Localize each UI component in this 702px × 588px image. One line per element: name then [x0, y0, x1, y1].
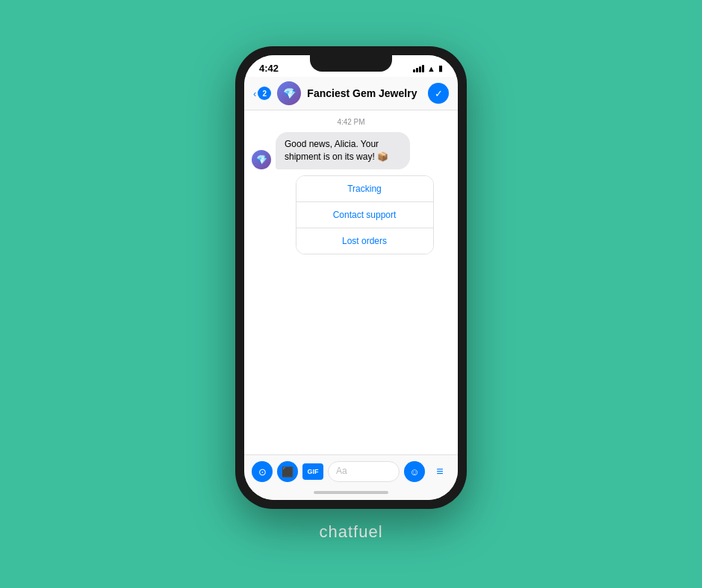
chevron-left-icon: ‹: [253, 88, 256, 99]
quick-reply-tracking[interactable]: Tracking: [296, 176, 433, 202]
message-bubble: Good news, Alicia. Your shipment is on i…: [276, 132, 410, 169]
quick-reply-lost-orders[interactable]: Lost orders: [296, 228, 433, 254]
message-wrapper: 💎 Good news, Alicia. Your shipment is on…: [252, 132, 450, 169]
input-bar: ⊙ ⬛ GIF Aa ☺ ≡: [244, 454, 458, 488]
battery-icon: ▮: [438, 63, 443, 73]
contact-avatar: 💎: [277, 81, 301, 105]
quick-reply-contact-support[interactable]: Contact support: [296, 202, 433, 228]
image-icon: ⬛: [282, 466, 293, 478]
gif-label: GIF: [308, 468, 319, 475]
check-button[interactable]: ✓: [428, 83, 449, 104]
contact-name: Fanciest Gem Jewelry: [307, 87, 422, 99]
phone-mockup: 4:42 ▲ ▮ ‹ 2: [235, 46, 467, 509]
message-group: Good news, Alicia. Your shipment is on i…: [276, 132, 410, 169]
menu-icon: ≡: [436, 465, 443, 478]
sender-avatar-emoji: 💎: [256, 154, 267, 165]
gif-button[interactable]: GIF: [302, 463, 323, 480]
image-button[interactable]: ⬛: [277, 461, 298, 482]
camera-icon: ⊙: [258, 466, 267, 478]
emoji-button[interactable]: ☺: [404, 461, 425, 482]
menu-button[interactable]: ≡: [429, 461, 450, 482]
emoji-icon: ☺: [409, 466, 419, 478]
wifi-icon: ▲: [427, 64, 435, 73]
back-button[interactable]: ‹ 2: [253, 87, 271, 100]
chat-timestamp: 4:42 PM: [337, 118, 364, 126]
input-placeholder: Aa: [336, 466, 347, 476]
status-bar: 4:42 ▲ ▮: [244, 55, 458, 77]
home-indicator: [244, 488, 458, 500]
nav-bar: ‹ 2 💎 Fanciest Gem Jewelry ✓: [244, 77, 458, 110]
notch: [310, 55, 392, 72]
phone-screen: 4:42 ▲ ▮ ‹ 2: [244, 55, 458, 500]
page-container: 4:42 ▲ ▮ ‹ 2: [235, 46, 467, 542]
camera-button[interactable]: ⊙: [252, 461, 273, 482]
chatfuel-brand: chatfuel: [319, 522, 382, 542]
quick-replies-container: Tracking Contact support Lost orders: [296, 175, 434, 254]
back-count-badge: 2: [258, 87, 271, 100]
sender-avatar: 💎: [252, 150, 271, 169]
message-input[interactable]: Aa: [328, 461, 400, 482]
avatar-emoji: 💎: [283, 87, 296, 99]
signal-bars-icon: [413, 65, 424, 72]
check-icon: ✓: [435, 88, 443, 99]
home-bar: [314, 491, 388, 494]
chat-area: 4:42 PM 💎 Good news, Alicia. Your shipme…: [244, 110, 458, 454]
status-time: 4:42: [259, 63, 279, 74]
status-icons: ▲ ▮: [413, 63, 443, 73]
